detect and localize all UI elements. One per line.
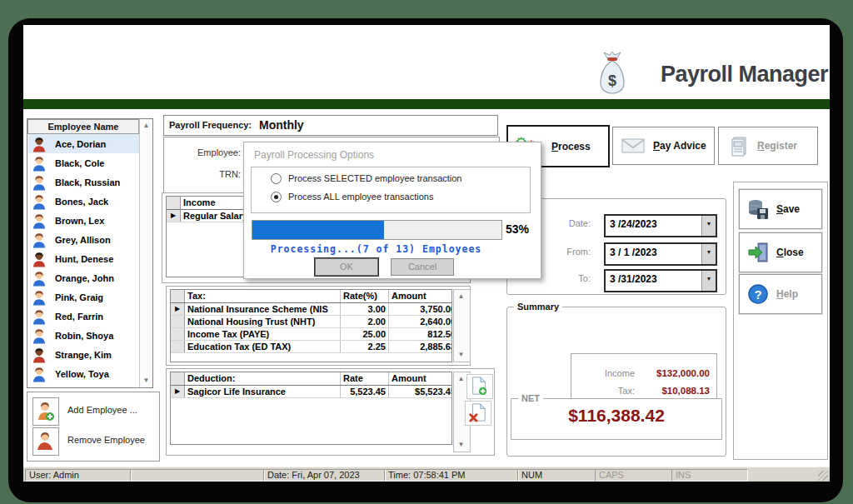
status-date: Date: Fri, Apr 07, 2023 xyxy=(263,469,386,482)
rate-column-header[interactable]: Rate xyxy=(341,372,389,385)
radio-process-all-label[interactable]: Process ALL employee transactions xyxy=(288,192,433,202)
list-item[interactable]: Pink, Graig xyxy=(28,287,139,307)
radio-process-selected[interactable] xyxy=(271,173,282,184)
amount-column-header[interactable]: Amount xyxy=(389,290,452,302)
deduction-name-cell: Sagicor Life Insurance xyxy=(185,386,341,397)
progress-percent: 53% xyxy=(506,222,529,236)
net-box: NET $116,388.42 xyxy=(511,398,722,440)
add-deduction-button[interactable] xyxy=(466,374,493,399)
processing-options-group: Process SELECTED employee transaction Pr… xyxy=(251,167,531,213)
chevron-down-icon[interactable]: ▼ xyxy=(701,216,716,236)
employee-name: Yellow, Toya xyxy=(55,369,109,379)
radio-process-selected-label[interactable]: Process SELECTED employee transaction xyxy=(288,173,461,183)
summary-income-label: Income xyxy=(605,368,635,378)
table-row[interactable]: National Housing Trust (NHT) 2.00 2,640.… xyxy=(171,316,451,328)
employee-label: Employee: xyxy=(164,147,241,157)
list-item[interactable]: Red, Farrin xyxy=(28,307,139,326)
employee-name: Black, Cole xyxy=(55,158,104,168)
register-icon xyxy=(729,135,749,157)
tax-rate-cell: 25.00 xyxy=(341,328,389,340)
list-item[interactable]: Yellow, Toya xyxy=(28,364,139,383)
summary-tax-value: $10,088.13 xyxy=(643,386,710,396)
row-selector xyxy=(171,341,185,352)
employee-list: Employee Name ▲ ▼ Ace, D xyxy=(27,118,153,388)
row-selector xyxy=(171,316,185,327)
table-row[interactable]: Income Tax (PAYE) 25.00 812.50 xyxy=(171,328,451,341)
tax-section: Tax: Rate(%) Amount ▶ National Insurance… xyxy=(166,286,471,366)
employee-name: Brown, Lex xyxy=(55,216,104,226)
tax-rate-cell: 2.25 xyxy=(341,341,389,352)
chevron-down-icon[interactable]: ▼ xyxy=(701,244,716,264)
deduction-rate-cell: 5,523.45 xyxy=(341,386,389,397)
delete-deduction-button[interactable] xyxy=(465,401,491,426)
employee-rows: Ace, Dorian Black, Cole xyxy=(28,134,139,387)
employee-name: Hunt, Denese xyxy=(55,254,113,264)
tax-column-header[interactable]: Tax: xyxy=(185,290,341,302)
employee-name: Ace, Dorian xyxy=(55,139,106,149)
tax-table-scrollbar[interactable]: ▲ ▼ xyxy=(453,289,471,362)
employee-name: Black, Russian xyxy=(55,177,120,187)
date-picker[interactable]: 3 /24/2023 ▼ xyxy=(604,214,717,237)
scroll-down-icon[interactable]: ▼ xyxy=(454,349,468,361)
amount-column-header[interactable]: Amount xyxy=(389,372,452,385)
list-item[interactable]: Black, Cole xyxy=(28,153,139,172)
row-selector-header xyxy=(167,197,181,209)
table-row[interactable]: ▶ National Insurance Scheme (NIS 3.00 3,… xyxy=(171,303,451,316)
employee-avatar-icon xyxy=(32,307,47,325)
ok-button[interactable]: OK xyxy=(315,258,378,276)
employee-name: Pink, Graig xyxy=(55,292,103,302)
scroll-down-icon[interactable]: ▼ xyxy=(140,375,152,387)
list-item[interactable]: Robin, Shoya xyxy=(28,326,139,345)
radio-process-all[interactable] xyxy=(271,192,282,202)
list-item[interactable]: Hunt, Denese xyxy=(28,249,139,268)
deduction-amount-cell: $5,523.45 xyxy=(389,386,452,397)
process-label: Process xyxy=(551,141,591,152)
list-item[interactable]: Strange, Kim xyxy=(28,345,139,364)
svg-text:?: ? xyxy=(754,287,761,302)
employee-name: Strange, Kim xyxy=(55,350,112,360)
employee-list-scrollbar[interactable]: ▲ ▼ xyxy=(139,119,152,387)
from-date-value: 3 / 1 /2023 xyxy=(610,247,657,258)
list-item[interactable]: Black, Russian xyxy=(28,172,139,192)
progress-bar xyxy=(252,220,502,240)
from-date-picker[interactable]: 3 / 1 /2023 ▼ xyxy=(604,242,717,266)
employee-name: Orange, John xyxy=(55,273,114,283)
cancel-button[interactable]: Cancel xyxy=(391,258,454,276)
list-item[interactable]: Grey, Allison xyxy=(28,230,139,249)
scroll-down-icon[interactable]: ▼ xyxy=(454,439,468,451)
pay-advice-button[interactable]: Pay Advice xyxy=(612,127,715,165)
table-row[interactable]: ▶ Sagicor Life Insurance 5,523.45 $5,523… xyxy=(171,386,451,398)
help-button[interactable]: ? Help xyxy=(739,274,822,314)
to-date-picker[interactable]: 3 /31/2023 ▼ xyxy=(604,269,717,292)
employee-list-header[interactable]: Employee Name xyxy=(27,119,139,134)
tax-rate-cell: 2.00 xyxy=(341,316,389,327)
remove-employee-button[interactable] xyxy=(32,427,59,456)
list-item[interactable]: Ace, Dorian xyxy=(28,134,139,153)
scroll-up-icon[interactable]: ▲ xyxy=(140,120,152,132)
resize-grip[interactable] xyxy=(818,471,828,481)
employee-name: Red, Farrin xyxy=(55,312,103,322)
rate-column-header[interactable]: Rate(%) xyxy=(341,290,389,302)
add-document-icon xyxy=(469,376,489,396)
list-item[interactable]: Brown, Lex xyxy=(28,211,139,230)
dialog-title: Payroll Processing Options xyxy=(254,149,374,161)
save-button[interactable]: Save xyxy=(739,189,822,229)
chevron-down-icon[interactable]: ▼ xyxy=(701,271,716,291)
scroll-up-icon[interactable]: ▲ xyxy=(454,291,468,302)
employee-avatar-icon xyxy=(32,231,47,248)
close-button[interactable]: Close xyxy=(739,232,822,272)
list-item[interactable]: Bones, Jack xyxy=(28,192,139,211)
summary-title: Summary xyxy=(514,302,562,312)
status-num-lock: NUM xyxy=(517,469,596,482)
list-item[interactable]: Orange, John xyxy=(28,268,139,287)
tax-amount-cell: 2,640.00 xyxy=(389,316,452,327)
register-button[interactable]: Register xyxy=(718,127,818,165)
save-icon xyxy=(747,198,769,220)
deduction-column-header[interactable]: Deduction: xyxy=(185,372,341,385)
table-row[interactable]: Education Tax (ED TAX) 2.25 2,885.63 xyxy=(171,341,451,353)
add-employee-button[interactable] xyxy=(32,397,59,426)
net-value: $116,388.42 xyxy=(511,406,721,426)
help-icon: ? xyxy=(747,283,769,305)
row-selector-header xyxy=(171,290,185,302)
tax-rate-cell: 3.00 xyxy=(341,303,389,315)
